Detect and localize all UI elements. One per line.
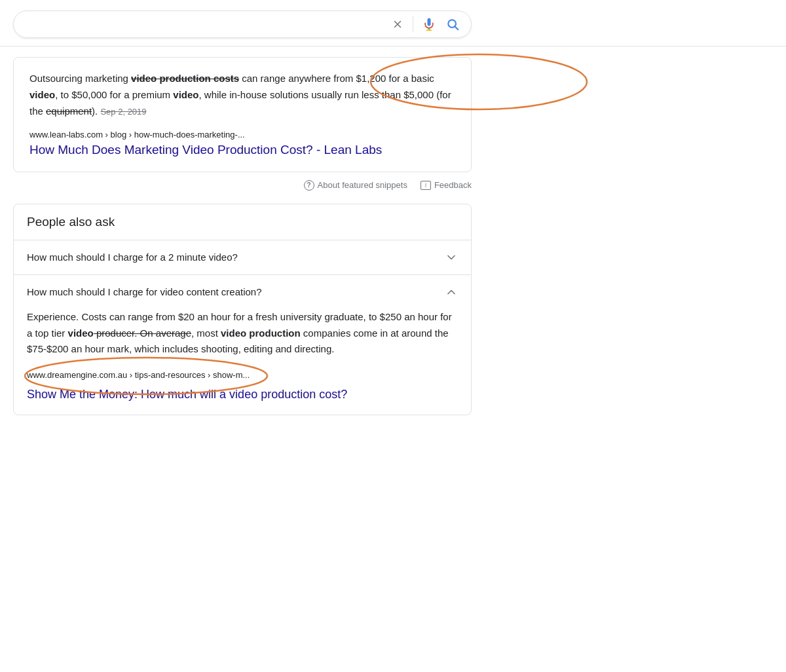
chevron-up-icon <box>445 286 458 299</box>
search-icon <box>446 18 459 31</box>
main-content: Outsourcing marketing video production c… <box>0 47 786 439</box>
search-bar-container: video creation pricing <box>0 0 786 47</box>
paa-question-2: How much should I charge for video conte… <box>27 286 262 297</box>
paa-title: People also ask <box>14 204 471 240</box>
snippet-url: www.lean-labs.com › blog › how-much-does… <box>29 130 455 140</box>
about-featured-snippets[interactable]: ? About featured snippets <box>304 180 407 191</box>
snippet-meta: ? About featured snippets ! Feedback <box>13 180 472 191</box>
snippet-text: Outsourcing marketing video production c… <box>29 71 455 119</box>
mic-button[interactable] <box>421 16 437 32</box>
feedback-button[interactable]: ! Feedback <box>421 180 472 190</box>
paa-answer-text-1: Experience. Costs can range from $20 an … <box>27 311 452 355</box>
paa-answer-wrap: Experience. Costs can range from $20 an … <box>27 309 458 358</box>
feedback-label: Feedback <box>434 180 472 190</box>
feedback-icon: ! <box>421 181 431 190</box>
clear-icon <box>392 18 403 30</box>
question-icon: ? <box>304 180 314 191</box>
people-also-ask-card: People also ask How much should I charge… <box>13 204 472 415</box>
chevron-down-icon <box>445 251 458 264</box>
search-bar: video creation pricing <box>13 10 472 38</box>
paa-item-1: How much should I charge for a 2 minute … <box>14 240 471 275</box>
search-input[interactable]: video creation pricing <box>24 18 385 30</box>
paa-answer-2: Experience. Costs can range from $20 an … <box>14 309 471 415</box>
paa-answer-url: www.dreamengine.com.au › tips-and-resour… <box>27 368 458 382</box>
paa-question-row-1[interactable]: How much should I charge for a 2 minute … <box>14 240 471 274</box>
paa-question-row-2[interactable]: How much should I charge for video conte… <box>14 275 471 309</box>
paa-answer-link[interactable]: Show Me the Money: How much will a video… <box>27 385 458 405</box>
featured-snippet-card: Outsourcing marketing video production c… <box>13 57 472 172</box>
search-button[interactable] <box>445 16 460 32</box>
svg-line-3 <box>455 27 458 30</box>
paa-item-2: How much should I charge for video conte… <box>14 275 471 415</box>
clear-button[interactable] <box>390 17 405 31</box>
search-icons <box>390 16 460 32</box>
mic-icon <box>422 18 436 31</box>
paa-question-1: How much should I charge for a 2 minute … <box>27 252 238 263</box>
snippet-link[interactable]: How Much Does Marketing Video Production… <box>29 143 382 157</box>
divider <box>413 16 413 32</box>
about-label: About featured snippets <box>318 180 407 190</box>
